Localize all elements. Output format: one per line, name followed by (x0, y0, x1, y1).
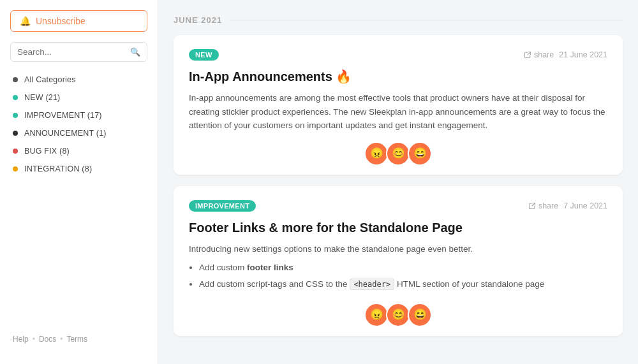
card-header-left-1: NEW (189, 49, 219, 61)
category-item-announcement[interactable]: ANNOUNCEMENT (1) (0, 124, 158, 142)
docs-link[interactable]: Docs (39, 335, 56, 344)
card-body-intro-2: Introducing new settings options to make… (189, 242, 607, 256)
category-item-all[interactable]: All Categories (0, 71, 158, 89)
share-button-2[interactable]: share (528, 201, 558, 210)
card-in-app-announcements: NEW share 21 June 2021 In-App Announceme… (174, 35, 623, 175)
share-button-1[interactable]: share (524, 50, 554, 59)
sidebar: 🔔 Unsubscribe 🔍 All Categories NEW (21) … (0, 0, 158, 364)
list-item-1: Add custom footer links (199, 261, 607, 275)
search-box: 🔍 (10, 42, 147, 62)
category-label-announcement: ANNOUNCEMENT (1) (24, 129, 107, 138)
help-link[interactable]: Help (13, 335, 29, 344)
share-icon-1 (524, 51, 531, 59)
category-item-bugfix[interactable]: BUG FIX (8) (0, 142, 158, 160)
badge-new: NEW (189, 49, 219, 61)
card-date-1: 21 June 2021 (559, 50, 607, 59)
category-item-improvement[interactable]: IMPROVEMENT (17) (0, 106, 158, 124)
card-body-2: Introducing new settings options to make… (189, 242, 607, 291)
category-item-integration[interactable]: INTEGRATION (8) (0, 160, 158, 178)
emoji-btn-angry-2[interactable]: 😠 (364, 303, 389, 327)
category-dot-integration (13, 166, 18, 171)
card-date-2: 7 June 2021 (563, 201, 607, 210)
category-dot-bugfix (13, 149, 18, 154)
card-body-1: In-app announcements are among the most … (189, 91, 607, 133)
card-header-left-2: IMPROVEMENT (189, 200, 256, 212)
category-item-new[interactable]: NEW (21) (0, 89, 158, 106)
main-content: JUNE 2021 NEW share 21 June 2021 In-App … (158, 0, 638, 364)
bold-footer-links: footer links (247, 263, 293, 272)
bell-icon: 🔔 (20, 16, 31, 26)
list-item-2: Add custom script-tags and CSS to the <h… (199, 277, 607, 291)
category-label-improvement: IMPROVEMENT (17) (24, 111, 102, 120)
category-dot-improvement (13, 113, 18, 118)
emoji-btn-smile-2[interactable]: 😊 (386, 303, 410, 327)
category-dot-announcement (13, 131, 18, 136)
terms-link[interactable]: Terms (66, 335, 87, 344)
badge-improvement: IMPROVEMENT (189, 200, 256, 212)
emoji-reactions-2: 😠 😊 😄 (189, 294, 607, 336)
card-list-2: Add custom footer links Add custom scrip… (199, 261, 607, 291)
category-list: All Categories NEW (21) IMPROVEMENT (17)… (0, 71, 158, 178)
emoji-btn-angry-1[interactable]: 😠 (364, 142, 389, 166)
inline-code-header: <header> (350, 279, 394, 290)
category-dot-all (13, 77, 18, 82)
sep2: • (60, 335, 63, 344)
search-input[interactable] (17, 47, 130, 57)
unsubscribe-label: Unsubscribe (36, 16, 85, 26)
sep1: • (33, 335, 35, 344)
category-label-all: All Categories (24, 75, 76, 84)
emoji-btn-happy-1[interactable]: 😄 (408, 142, 432, 166)
month-header: JUNE 2021 (174, 15, 623, 25)
emoji-btn-happy-2[interactable]: 😄 (408, 303, 432, 327)
category-label-new: NEW (21) (24, 93, 60, 102)
unsubscribe-button[interactable]: 🔔 Unsubscribe (10, 10, 147, 32)
card-title-1: In-App Announcements 🔥 (189, 68, 607, 85)
card-header-1: NEW share 21 June 2021 (189, 49, 607, 61)
category-label-bugfix: BUG FIX (8) (24, 147, 70, 156)
card-footer-links: IMPROVEMENT share 7 June 2021 Footer Lin… (174, 186, 623, 336)
sidebar-footer: Help • Docs • Terms (0, 324, 158, 354)
share-icon-2 (528, 202, 536, 210)
category-dot-new (13, 95, 18, 100)
card-meta-2: share 7 June 2021 (528, 201, 607, 210)
search-icon: 🔍 (130, 47, 140, 57)
card-header-2: IMPROVEMENT share 7 June 2021 (189, 200, 607, 212)
category-label-integration: INTEGRATION (8) (24, 164, 92, 173)
emoji-btn-smile-1[interactable]: 😊 (386, 142, 410, 166)
card-title-2: Footer Links & more for the Standalone P… (189, 219, 607, 236)
emoji-reactions-1: 😠 😊 😄 (189, 133, 607, 175)
card-meta-1: share 21 June 2021 (524, 50, 607, 59)
